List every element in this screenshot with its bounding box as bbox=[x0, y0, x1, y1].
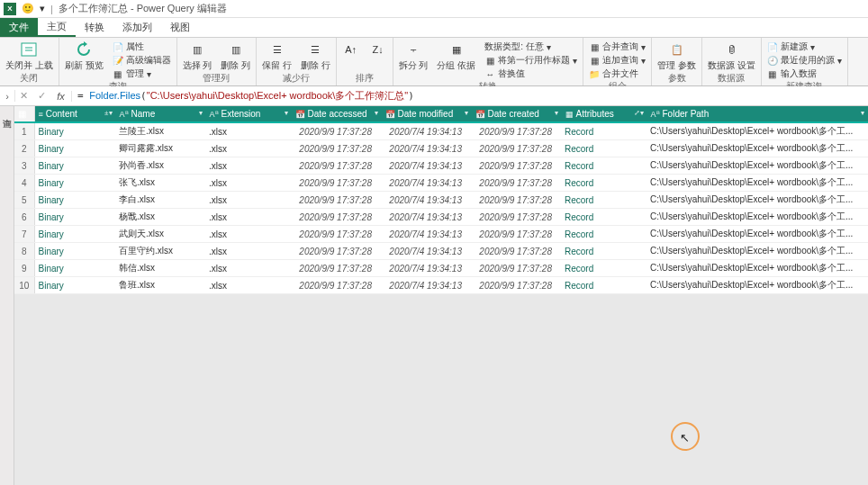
filter-icon[interactable]: ▾ bbox=[375, 109, 378, 117]
row-number[interactable]: 6 bbox=[14, 209, 34, 226]
cell-date-modified[interactable]: 2020/7/4 19:34:13 bbox=[381, 243, 471, 260]
cell-date-accessed[interactable]: 2020/9/9 17:37:28 bbox=[291, 243, 381, 260]
col-header-folder-path[interactable]: AᴮFolder Path▾ bbox=[646, 106, 868, 122]
cell-content[interactable]: Binary bbox=[34, 209, 115, 226]
recent-sources-button[interactable]: 🕘最近使用的源 ▾ bbox=[765, 54, 844, 67]
cell-date-modified[interactable]: 2020/7/4 19:34:13 bbox=[381, 157, 471, 175]
append-queries-button[interactable]: ▦追加查询 ▾ bbox=[587, 54, 647, 67]
table-row[interactable]: 8Binary百里守约.xlsx.xlsx2020/9/9 17:37:2820… bbox=[14, 243, 868, 260]
cell-folder-path[interactable]: C:\Users\yahui\Desktop\Excel+ wordbook\多… bbox=[646, 277, 868, 294]
cell-date-created[interactable]: 2020/9/9 17:37:28 bbox=[471, 226, 561, 243]
new-source-button[interactable]: 📄新建源 ▾ bbox=[765, 40, 844, 53]
cell-content[interactable]: Binary bbox=[34, 243, 115, 260]
cell-date-accessed[interactable]: 2020/9/9 17:37:28 bbox=[291, 209, 381, 226]
cell-date-accessed[interactable]: 2020/9/9 17:37:28 bbox=[291, 140, 381, 157]
formula-cancel-button[interactable]: ✕ bbox=[14, 90, 32, 102]
cell-content[interactable]: Binary bbox=[34, 157, 115, 175]
cell-name[interactable]: 韩信.xlsx bbox=[115, 260, 205, 277]
cell-extension[interactable]: .xlsx bbox=[205, 226, 291, 243]
tab-transform[interactable]: 转换 bbox=[76, 18, 113, 37]
cell-attributes[interactable]: Record bbox=[561, 277, 646, 294]
cell-date-created[interactable]: 2020/9/9 17:37:28 bbox=[471, 192, 561, 209]
cell-date-created[interactable]: 2020/9/9 17:37:28 bbox=[471, 175, 561, 192]
cell-attributes[interactable]: Record bbox=[561, 122, 646, 140]
cell-date-modified[interactable]: 2020/7/4 19:34:13 bbox=[381, 122, 471, 140]
cell-date-modified[interactable]: 2020/7/4 19:34:13 bbox=[381, 192, 471, 209]
cell-extension[interactable]: .xlsx bbox=[205, 192, 291, 209]
remove-rows-button[interactable]: ☰删除 行 bbox=[299, 40, 332, 70]
table-row[interactable]: 3Binary孙尚香.xlsx.xlsx2020/9/9 17:37:28202… bbox=[14, 157, 868, 175]
cell-date-created[interactable]: 2020/9/9 17:37:28 bbox=[471, 157, 561, 175]
cell-attributes[interactable]: Record bbox=[561, 157, 646, 175]
col-header-date-accessed[interactable]: 📅Date accessed▾ bbox=[291, 106, 381, 122]
table-row[interactable]: 7Binary武则天.xlsx.xlsx2020/9/9 17:37:28202… bbox=[14, 226, 868, 243]
cell-date-created[interactable]: 2020/9/9 17:37:28 bbox=[471, 243, 561, 260]
cell-date-accessed[interactable]: 2020/9/9 17:37:28 bbox=[291, 226, 381, 243]
filter-icon[interactable]: ±▾ bbox=[104, 109, 112, 117]
row-number[interactable]: 4 bbox=[14, 175, 34, 192]
cell-date-modified[interactable]: 2020/7/4 19:34:13 bbox=[381, 175, 471, 192]
cell-folder-path[interactable]: C:\Users\yahui\Desktop\Excel+ wordbook\多… bbox=[646, 192, 868, 209]
advanced-editor-button[interactable]: 📝高级编辑器 bbox=[111, 54, 173, 67]
cell-date-accessed[interactable]: 2020/9/9 17:37:28 bbox=[291, 192, 381, 209]
table-row[interactable]: 2Binary卿司露露.xlsx.xlsx2020/9/9 17:37:2820… bbox=[14, 140, 868, 157]
cell-date-accessed[interactable]: 2020/9/9 17:37:28 bbox=[291, 277, 381, 294]
cell-date-created[interactable]: 2020/9/9 17:37:28 bbox=[471, 209, 561, 226]
cell-content[interactable]: Binary bbox=[34, 226, 115, 243]
cell-content[interactable]: Binary bbox=[34, 192, 115, 209]
cell-name[interactable]: 杨戬.xlsx bbox=[115, 209, 205, 226]
cell-date-modified[interactable]: 2020/7/4 19:34:13 bbox=[381, 226, 471, 243]
cell-date-modified[interactable]: 2020/7/4 19:34:13 bbox=[381, 209, 471, 226]
cell-folder-path[interactable]: C:\Users\yahui\Desktop\Excel+ wordbook\多… bbox=[646, 122, 868, 140]
split-column-button[interactable]: ⫟拆分 列 bbox=[397, 40, 430, 70]
formula-input[interactable]: = Folder.Files("C:\Users\yahui\Desktop\E… bbox=[72, 86, 868, 105]
cell-name[interactable]: 鲁班.xlsx bbox=[115, 277, 205, 294]
cell-attributes[interactable]: Record bbox=[561, 243, 646, 260]
first-row-header-button[interactable]: ▦将第一行用作标题 ▾ bbox=[483, 54, 579, 67]
cell-date-created[interactable]: 2020/9/9 17:37:28 bbox=[471, 140, 561, 157]
filter-icon[interactable]: ▾ bbox=[465, 109, 468, 117]
refresh-preview-button[interactable]: 刷新 预览 bbox=[63, 40, 105, 70]
cell-folder-path[interactable]: C:\Users\yahui\Desktop\Excel+ wordbook\多… bbox=[646, 226, 868, 243]
col-header-attributes[interactable]: ▦Attributes⤢▾ bbox=[561, 106, 646, 122]
cell-date-accessed[interactable]: 2020/9/9 17:37:28 bbox=[291, 157, 381, 175]
remove-columns-button[interactable]: ▥删除 列 bbox=[219, 40, 252, 70]
cell-extension[interactable]: .xlsx bbox=[205, 157, 291, 175]
cell-name[interactable]: 卿司露露.xlsx bbox=[115, 140, 205, 157]
table-row[interactable]: 5Binary李白.xlsx.xlsx2020/9/9 17:37:282020… bbox=[14, 192, 868, 209]
cell-folder-path[interactable]: C:\Users\yahui\Desktop\Excel+ wordbook\多… bbox=[646, 209, 868, 226]
cell-name[interactable]: 张飞.xlsx bbox=[115, 175, 205, 192]
cell-attributes[interactable]: Record bbox=[561, 140, 646, 157]
cell-folder-path[interactable]: C:\Users\yahui\Desktop\Excel+ wordbook\多… bbox=[646, 175, 868, 192]
cell-folder-path[interactable]: C:\Users\yahui\Desktop\Excel+ wordbook\多… bbox=[646, 157, 868, 175]
close-load-button[interactable]: 关闭并 上载 bbox=[4, 40, 55, 70]
row-number[interactable]: 1 bbox=[14, 122, 34, 140]
datatype-button[interactable]: 数据类型: 任意 ▾ bbox=[483, 40, 579, 53]
group-by-button[interactable]: ▦分组 依据 bbox=[435, 40, 477, 70]
tab-home[interactable]: 主页 bbox=[38, 18, 76, 37]
row-number[interactable]: 2 bbox=[14, 140, 34, 157]
row-number[interactable]: 10 bbox=[14, 277, 34, 294]
filter-icon[interactable]: ⤢▾ bbox=[634, 109, 644, 117]
cell-name[interactable]: 百里守约.xlsx bbox=[115, 243, 205, 260]
cell-date-modified[interactable]: 2020/7/4 19:34:13 bbox=[381, 260, 471, 277]
choose-columns-button[interactable]: ▥选择 列 bbox=[181, 40, 214, 70]
cell-extension[interactable]: .xlsx bbox=[205, 209, 291, 226]
cell-name[interactable]: 兰陵王.xlsx bbox=[115, 122, 205, 140]
cell-attributes[interactable]: Record bbox=[561, 175, 646, 192]
filter-icon[interactable]: ▾ bbox=[285, 109, 288, 117]
col-header-content[interactable]: ≡Content±▾ bbox=[34, 106, 115, 122]
formula-commit-button[interactable]: ✓ bbox=[32, 90, 50, 102]
cell-content[interactable]: Binary bbox=[34, 175, 115, 192]
cell-extension[interactable]: .xlsx bbox=[205, 122, 291, 140]
row-number[interactable]: 8 bbox=[14, 243, 34, 260]
combine-files-button[interactable]: 📁合并文件 bbox=[587, 67, 647, 80]
table-row[interactable]: 10Binary鲁班.xlsx.xlsx2020/9/9 17:37:28202… bbox=[14, 277, 868, 294]
cell-folder-path[interactable]: C:\Users\yahui\Desktop\Excel+ wordbook\多… bbox=[646, 140, 868, 157]
cell-attributes[interactable]: Record bbox=[561, 260, 646, 277]
cell-date-modified[interactable]: 2020/7/4 19:34:13 bbox=[381, 140, 471, 157]
merge-queries-button[interactable]: ▦合并查询 ▾ bbox=[587, 40, 647, 53]
cell-extension[interactable]: .xlsx bbox=[205, 277, 291, 294]
cell-name[interactable]: 武则天.xlsx bbox=[115, 226, 205, 243]
row-number[interactable]: 5 bbox=[14, 192, 34, 209]
